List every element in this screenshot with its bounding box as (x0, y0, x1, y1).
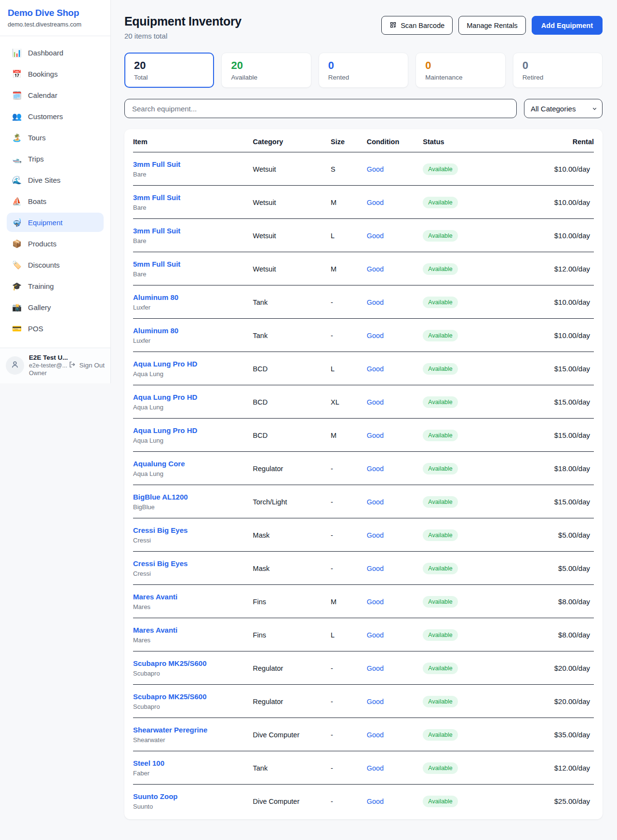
item-name-link[interactable]: Suunto Zoop (133, 792, 177, 800)
column-header-category: Category (253, 130, 331, 152)
sidebar-item-training[interactable]: 🎓Training (7, 276, 104, 296)
status-badge: Available (423, 696, 458, 707)
stat-value: 0 (425, 59, 496, 72)
table-row: Mares AvantiMaresFinsMGoodAvailable$8.00… (133, 585, 594, 618)
item-condition-link[interactable]: Good (367, 165, 384, 173)
table-row: Scubapro MK25/S600ScubaproRegulator-Good… (133, 685, 594, 718)
item-name-link[interactable]: Steel 100 (133, 759, 164, 767)
item-condition-link[interactable]: Good (367, 798, 384, 805)
item-condition-link[interactable]: Good (367, 531, 384, 539)
item-size: L (331, 618, 367, 651)
item-condition-link[interactable]: Good (367, 199, 384, 206)
item-condition-link[interactable]: Good (367, 631, 384, 639)
item-name-link[interactable]: Scubapro MK25/S600 (133, 692, 207, 701)
item-name-link[interactable]: Mares Avanti (133, 593, 177, 601)
sidebar-item-trips[interactable]: 🛥️Trips (7, 149, 104, 168)
table-row: Aluminum 80LuxferTank-GoodAvailable$10.0… (133, 319, 594, 352)
sidebar-item-bookings[interactable]: 📅Bookings (7, 64, 104, 83)
item-condition-link[interactable]: Good (367, 232, 384, 240)
search-input[interactable] (124, 99, 517, 118)
item-condition-link[interactable]: Good (367, 298, 384, 306)
item-name-link[interactable]: 3mm Full Suit (133, 193, 180, 202)
status-badge: Available (423, 396, 458, 408)
item-name-link[interactable]: 3mm Full Suit (133, 160, 180, 168)
item-name-link[interactable]: 3mm Full Suit (133, 227, 180, 235)
sidebar-item-calendar[interactable]: 🗓️Calendar (7, 85, 104, 105)
sidebar-item-equipment[interactable]: 🤿Equipment (7, 213, 104, 232)
category-select[interactable]: All Categories (524, 99, 603, 118)
item-condition-link[interactable]: Good (367, 365, 384, 373)
item-name-link[interactable]: Scubapro MK25/S600 (133, 659, 207, 667)
stat-label: Retired (523, 74, 593, 81)
stat-card-maintenance[interactable]: 0Maintenance (416, 53, 505, 88)
sidebar-item-boats[interactable]: ⛵Boats (7, 191, 104, 211)
item-size: XL (331, 385, 367, 419)
stat-card-rented[interactable]: 0Rented (319, 53, 408, 88)
item-name-link[interactable]: Aqua Lung Pro HD (133, 393, 197, 401)
item-size: - (331, 319, 367, 352)
item-condition-link[interactable]: Good (367, 498, 384, 506)
sidebar-item-customers[interactable]: 👥Customers (7, 107, 104, 126)
bar-chart-icon: 📊 (12, 48, 22, 57)
sidebar-item-label: Equipment (28, 218, 63, 227)
item-brand: Cressi (133, 570, 249, 577)
sidebar-item-dashboard[interactable]: 📊Dashboard (7, 43, 104, 62)
stat-card-retired[interactable]: 0Retired (513, 53, 603, 88)
item-rental-price: $35.00/day (501, 718, 594, 751)
item-name-link[interactable]: Shearwater Peregrine (133, 726, 207, 734)
sidebar-item-dive-sites[interactable]: 🌊Dive Sites (7, 170, 104, 190)
item-condition-link[interactable]: Good (367, 764, 384, 772)
item-category: Tank (253, 285, 331, 319)
item-brand: Cressi (133, 537, 249, 544)
item-rental-price: $25.00/day (501, 785, 594, 818)
item-name-link[interactable]: Aqualung Core (133, 460, 185, 468)
sidebar-item-tours[interactable]: 🏝️Tours (7, 128, 104, 147)
add-equipment-label: Add Equipment (541, 22, 593, 29)
item-name-link[interactable]: 5mm Full Suit (133, 260, 180, 268)
item-condition-link[interactable]: Good (367, 565, 384, 572)
item-condition-link[interactable]: Good (367, 598, 384, 606)
item-condition-link[interactable]: Good (367, 398, 384, 406)
item-name-link[interactable]: Mares Avanti (133, 626, 177, 634)
item-condition-link[interactable]: Good (367, 265, 384, 273)
item-category: Dive Computer (253, 785, 331, 818)
item-condition-link[interactable]: Good (367, 332, 384, 339)
item-category: Mask (253, 552, 331, 585)
item-condition-link[interactable]: Good (367, 698, 384, 705)
sidebar-item-pos[interactable]: 💳POS (7, 319, 104, 338)
main-content: Equipment Inventory 20 items total Scan … (111, 0, 617, 835)
table-row: 3mm Full SuitBareWetsuitLGoodAvailable$1… (133, 219, 594, 252)
brand-title[interactable]: Demo Dive Shop (8, 8, 103, 18)
item-name-link[interactable]: Aqua Lung Pro HD (133, 426, 197, 434)
item-brand: BigBlue (133, 503, 249, 511)
stat-card-total[interactable]: 20Total (124, 53, 214, 88)
table-row: Aqualung CoreAqua LungRegulator-GoodAvai… (133, 452, 594, 485)
status-badge: Available (423, 297, 458, 308)
item-name-link[interactable]: Aluminum 80 (133, 293, 178, 301)
item-name-link[interactable]: Aqua Lung Pro HD (133, 360, 197, 368)
item-category: Fins (253, 618, 331, 651)
sidebar-item-gallery[interactable]: 📸Gallery (7, 298, 104, 317)
stat-label: Maintenance (425, 74, 496, 81)
sidebar-item-discounts[interactable]: 🏷️Discounts (7, 255, 104, 274)
item-name-link[interactable]: BigBlue AL1200 (133, 493, 188, 501)
item-condition-link[interactable]: Good (367, 664, 384, 672)
manage-rentals-button[interactable]: Manage Rentals (458, 16, 526, 35)
status-badge: Available (423, 663, 458, 674)
sign-out-button[interactable]: Sign Out (68, 361, 105, 370)
item-brand: Bare (133, 171, 249, 178)
motorboat-icon: 🛥️ (12, 154, 22, 163)
item-size: - (331, 718, 367, 751)
item-condition-link[interactable]: Good (367, 432, 384, 439)
item-condition-link[interactable]: Good (367, 731, 384, 739)
item-name-link[interactable]: Cressi Big Eyes (133, 559, 188, 568)
add-equipment-button[interactable]: Add Equipment (532, 16, 603, 35)
scan-barcode-button[interactable]: Scan Barcode (381, 16, 453, 35)
stat-card-available[interactable]: 20Available (221, 53, 311, 88)
item-name-link[interactable]: Cressi Big Eyes (133, 526, 188, 534)
item-condition-link[interactable]: Good (367, 465, 384, 473)
item-name-link[interactable]: Aluminum 80 (133, 326, 178, 335)
item-brand: Bare (133, 237, 249, 244)
sidebar-item-products[interactable]: 📦Products (7, 234, 104, 253)
sidebar-item-label: Training (28, 282, 54, 290)
